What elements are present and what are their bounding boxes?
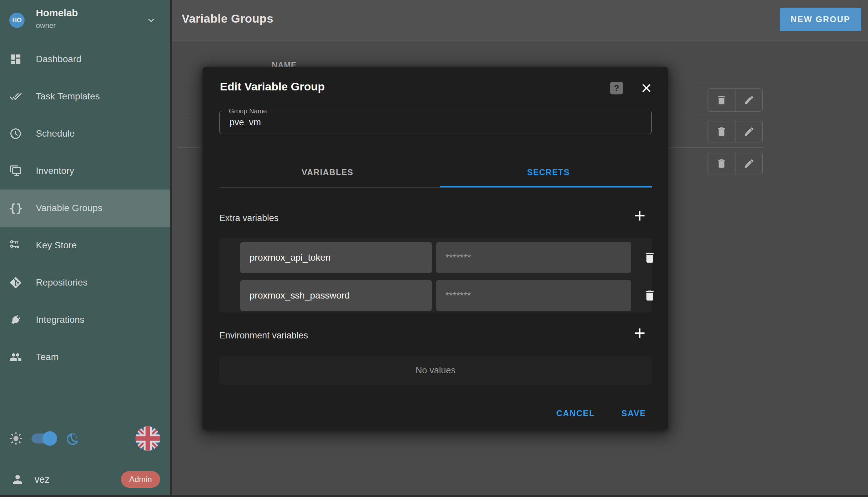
project-switcher[interactable]: HO Homelab owner	[0, 0, 170, 41]
secret-name-input[interactable]	[240, 242, 432, 273]
sidebar-item-schedule[interactable]: Schedule	[0, 115, 170, 152]
secret-value-input[interactable]	[436, 242, 631, 273]
admin-badge: Admin	[121, 471, 160, 488]
tab-secrets[interactable]: SECRETS	[440, 163, 657, 182]
edit-variable-group-dialog: Edit Variable Group ? Group Name VARIABL…	[203, 67, 668, 430]
sidebar-item-key-store[interactable]: Key Store	[0, 227, 170, 264]
edit-row-button[interactable]	[735, 152, 762, 175]
repositories-icon	[9, 276, 22, 289]
delete-secret-icon[interactable]	[643, 289, 657, 302]
edit-row-button[interactable]	[735, 120, 762, 143]
integrations-icon	[9, 313, 22, 326]
group-name-input[interactable]	[220, 111, 651, 134]
sidebar-item-dashboard[interactable]: Dashboard	[0, 41, 170, 78]
delete-secret-icon[interactable]	[643, 251, 657, 264]
dialog-title: Edit Variable Group	[220, 80, 325, 93]
sidebar-item-team[interactable]: Team	[0, 338, 170, 376]
delete-row-button[interactable]	[708, 89, 735, 111]
sun-icon	[9, 431, 23, 446]
add-extra-variable-icon[interactable]	[632, 208, 647, 223]
table-row-actions	[708, 88, 763, 112]
tabs-track	[219, 187, 440, 187]
secret-value-field	[436, 280, 631, 311]
dialog-actions: CANCEL SAVE	[203, 405, 668, 422]
table-row-actions	[708, 152, 763, 175]
tab-variables[interactable]: VARIABLES	[219, 163, 436, 182]
group-name-field: Group Name	[219, 111, 652, 134]
moon-icon	[64, 431, 79, 447]
add-environment-variable-icon[interactable]	[632, 325, 647, 341]
user-name[interactable]: vez	[34, 474, 49, 485]
key-store-icon	[9, 239, 22, 252]
project-avatar: HO	[9, 13, 25, 28]
extra-variables-title: Extra variables	[219, 213, 279, 223]
task-templates-icon	[9, 90, 22, 103]
secret-name-input[interactable]	[240, 280, 432, 311]
active-tab-indicator	[440, 186, 652, 187]
sidebar-item-variable-groups[interactable]: {} Variable Groups	[0, 189, 170, 227]
edit-row-button[interactable]	[735, 89, 762, 111]
theme-toggle-knob[interactable]	[43, 431, 57, 446]
inventory-icon	[9, 165, 22, 177]
save-button[interactable]: SAVE	[621, 409, 646, 418]
environment-variables-empty: No values	[219, 356, 652, 385]
main-header	[172, 0, 868, 41]
project-name: Homelab	[36, 7, 78, 19]
dashboard-icon	[9, 53, 22, 66]
schedule-icon	[9, 127, 22, 140]
cancel-button[interactable]: CANCEL	[556, 409, 595, 418]
help-icon[interactable]: ?	[610, 82, 623, 95]
variable-groups-icon: {}	[9, 202, 23, 214]
table-row-actions	[708, 120, 763, 143]
secret-value-input[interactable]	[436, 280, 631, 311]
page-title: Variable Groups	[182, 12, 274, 25]
environment-variables-title: Environment variables	[219, 330, 308, 341]
delete-row-button[interactable]	[708, 152, 735, 175]
sidebar-item-repositories[interactable]: Repositories	[0, 264, 170, 301]
sidebar: HO Homelab owner Dashboard Task Template…	[0, 0, 170, 497]
secret-value-field	[436, 242, 631, 273]
close-icon[interactable]	[639, 81, 653, 95]
group-name-label: Group Name	[226, 108, 270, 115]
secret-name-field	[240, 280, 432, 311]
secret-name-field	[240, 242, 432, 273]
sidebar-divider	[170, 0, 172, 497]
project-role: owner	[36, 21, 56, 30]
extra-variables-list	[219, 238, 652, 312]
sidebar-item-integrations[interactable]: Integrations	[0, 301, 170, 338]
delete-row-button[interactable]	[708, 120, 735, 143]
chevron-down-icon[interactable]	[146, 15, 157, 26]
sidebar-item-task-templates[interactable]: Task Templates	[0, 78, 170, 115]
person-icon	[11, 473, 24, 486]
page-bottom-edge	[0, 495, 868, 497]
uk-flag-language-icon[interactable]	[135, 426, 160, 451]
new-group-button[interactable]: NEW GROUP	[780, 8, 862, 31]
team-icon	[9, 351, 22, 363]
sidebar-item-inventory[interactable]: Inventory	[0, 152, 170, 189]
